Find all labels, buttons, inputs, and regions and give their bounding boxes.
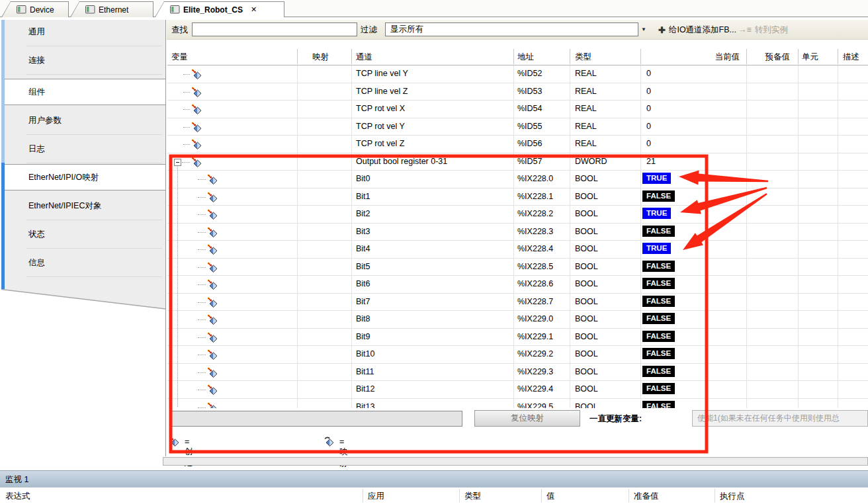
table-row-bit8[interactable]: Bit8%IX229.0BOOLFALSE xyxy=(167,311,868,329)
sidebar-item-3[interactable]: 用户参数 xyxy=(1,108,165,132)
filter-dropdown-arrow-icon[interactable]: ▼ xyxy=(639,25,648,34)
table-row-bit7[interactable]: Bit7%IX228.7BOOLFALSE xyxy=(167,294,868,312)
header-separator xyxy=(746,49,747,64)
close-icon[interactable]: ✕ xyxy=(251,6,257,13)
bool-value-badge[interactable]: FALSE xyxy=(642,383,675,394)
sidebar-item-4[interactable]: 日志 xyxy=(1,137,165,161)
type-cell: BOOL xyxy=(575,192,598,201)
bool-value-badge[interactable]: TRUE xyxy=(642,173,671,184)
address-cell: %ID52 xyxy=(517,69,542,78)
current-value-cell: 21 xyxy=(646,157,656,166)
sidebar-item-label: 组件 xyxy=(28,87,45,98)
sidebar-item-6[interactable]: EtherNet/IPIEC对象 xyxy=(1,194,165,218)
address-cell: %IX229.3 xyxy=(517,367,553,376)
sidebar-item-0[interactable]: 通用 xyxy=(1,20,165,44)
table-row-tcp-rot-vel-x[interactable]: TCP rot vel X%ID54REAL0 xyxy=(167,101,868,118)
watch-col-3: 值 xyxy=(546,491,555,502)
bool-value-badge[interactable]: FALSE xyxy=(642,331,675,342)
always-update-combobox[interactable]: 使能1(如果未在任何任务中使用则使用总 xyxy=(692,410,868,427)
bool-value-badge[interactable]: FALSE xyxy=(642,226,675,237)
bool-value-badge[interactable]: TRUE xyxy=(642,243,671,254)
address-cell: %ID56 xyxy=(517,139,542,148)
table-row-bit12[interactable]: Bit12%IX229.4BOOLFALSE xyxy=(167,381,868,399)
grid-column-line xyxy=(640,65,641,408)
col-prepared-value: 预备值 xyxy=(746,52,798,63)
table-row-bit6[interactable]: Bit6%IX228.6BOOLFALSE xyxy=(167,276,868,294)
table-row-bit0[interactable]: Bit0%IX228.0BOOLTRUE xyxy=(167,171,868,189)
device-icon xyxy=(17,5,26,14)
table-row-bit3[interactable]: Bit3%IX228.3BOOLFALSE xyxy=(167,224,868,241)
watch-col-0: 表达式 xyxy=(5,491,30,502)
bool-value-badge[interactable]: FALSE xyxy=(642,261,675,272)
bool-value-badge[interactable]: FALSE xyxy=(642,366,675,377)
goto-instance-button[interactable]: →≡ 转到实例 xyxy=(734,22,792,37)
table-row-bit13[interactable]: Bit13%IX229.5BOOLFALSE xyxy=(167,399,868,409)
collapse-expander-icon[interactable] xyxy=(174,159,181,166)
type-cell: BOOL xyxy=(575,227,598,236)
table-row-output-bool-register-0-31[interactable]: Output bool register 0-31%ID57DWORD21 xyxy=(167,153,868,171)
sidebar-item-label: 用户参数 xyxy=(28,115,62,126)
watch-col-5: 执行点 xyxy=(720,491,745,502)
type-cell: BOOL xyxy=(575,384,598,394)
col-channel: 通道 xyxy=(356,52,372,63)
watch-panel-header: 表达式应用类型值准备值执行点 xyxy=(0,487,868,504)
document-tab-ethernet[interactable]: Ethernet xyxy=(70,1,153,17)
tree-line xyxy=(198,197,206,198)
table-row-tcp-rot-vel-y[interactable]: TCP rot vel Y%ID55REAL0 xyxy=(167,118,868,136)
address-cell: %IX228.4 xyxy=(517,244,553,253)
table-row-tcp-line-vel-z[interactable]: TCP line vel Z%ID53REAL0 xyxy=(167,83,868,101)
col-mapping: 映射 xyxy=(312,52,329,63)
add-fb-button[interactable]: ✚ 给IO通道添加FB... xyxy=(654,22,740,37)
document-tab-elite_robot_cs[interactable]: Elite_Robot_CS✕ xyxy=(155,1,284,17)
table-row-bit9[interactable]: Bit9%IX229.1BOOLFALSE xyxy=(167,329,868,347)
table-row-bit1[interactable]: Bit1%IX228.1BOOLFALSE xyxy=(167,189,868,206)
channel-cell: Bit13 xyxy=(356,402,375,409)
sidebar-item-label: 日志 xyxy=(28,144,45,155)
sidebar-item-label: EtherNet/IPIEC对象 xyxy=(28,200,101,212)
bool-value-badge[interactable]: FALSE xyxy=(642,401,675,409)
type-cell: BOOL xyxy=(575,244,598,253)
document-tab-device[interactable]: Device xyxy=(1,1,69,17)
table-row-bit2[interactable]: Bit2%IX228.2BOOLTRUE xyxy=(167,206,868,224)
new-variable-icon xyxy=(191,87,202,100)
bool-value-badge[interactable]: TRUE xyxy=(642,208,671,219)
sidebar-item-2[interactable]: 组件 xyxy=(1,79,165,105)
find-input[interactable] xyxy=(192,22,357,36)
channel-cell: Output bool register 0-31 xyxy=(356,157,447,166)
mapping-toolbar: 查找 过滤 显示所有 ▼ ✚ 给IO通道添加FB... →≡ 转到实例 xyxy=(167,20,868,40)
sidebar-item-8[interactable]: 信息 xyxy=(1,251,165,274)
sidebar-separator xyxy=(26,163,162,163)
new-variable-icon xyxy=(191,122,202,135)
table-row-bit10[interactable]: Bit10%IX229.2BOOLFALSE xyxy=(167,346,868,364)
table-row-tcp-line-vel-y[interactable]: TCP line vel Y%ID52REAL0 xyxy=(167,65,868,83)
col-type: 类型 xyxy=(575,52,591,63)
horizontal-scrollbar[interactable] xyxy=(163,457,868,466)
new-variable-icon xyxy=(191,157,202,170)
table-row-bit4[interactable]: Bit4%IX228.4BOOLTRUE xyxy=(167,241,868,259)
bool-value-badge[interactable]: FALSE xyxy=(642,278,675,289)
table-row-bit5[interactable]: Bit5%IX228.5BOOLFALSE xyxy=(167,259,868,276)
sidebar-item-1[interactable]: 连接 xyxy=(1,48,165,72)
channel-cell: Bit5 xyxy=(356,262,370,271)
add-fb-label: 给IO通道添加FB... xyxy=(669,24,736,36)
watch-col-4: 准备值 xyxy=(634,491,659,502)
header-separator xyxy=(297,49,298,64)
new-variable-icon xyxy=(207,297,218,310)
filter-combobox[interactable]: 显示所有 xyxy=(385,22,638,36)
table-row-tcp-rot-vel-z[interactable]: TCP rot vel Z%ID56REAL0 xyxy=(167,136,868,153)
bool-value-badge[interactable]: FALSE xyxy=(642,348,675,359)
sidebar-item-7[interactable]: 状态 xyxy=(1,222,165,246)
bool-value-badge[interactable]: FALSE xyxy=(642,313,675,324)
watch-column-separator xyxy=(363,489,363,503)
bool-value-badge[interactable]: FALSE xyxy=(642,190,675,202)
table-row-bit11[interactable]: Bit11%IX229.3BOOLFALSE xyxy=(167,364,868,382)
new-variable-icon xyxy=(169,439,179,448)
type-cell: BOOL xyxy=(575,297,598,306)
sidebar-accent-strip-selected xyxy=(1,163,5,289)
bool-value-badge[interactable]: FALSE xyxy=(642,296,675,307)
reset-mapping-button[interactable]: 复位映射 xyxy=(474,410,580,427)
sidebar-item-5[interactable]: EtherNet/IPI/O映射 xyxy=(1,164,165,190)
map-existing-variable-icon xyxy=(324,439,334,448)
sidebar-slanted-bottom xyxy=(1,289,165,310)
type-cell: BOOL xyxy=(575,349,598,358)
